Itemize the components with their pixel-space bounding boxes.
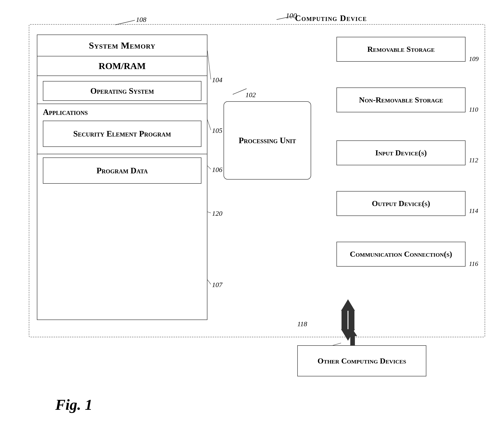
diagram-container: 100 Computing Device 108 System Memory R… (14, 9, 488, 419)
removable-storage-label: Removable Storage (367, 45, 435, 53)
ref-105: 105 (212, 127, 222, 135)
ref-114: 114 (469, 207, 478, 215)
ref-110: 110 (469, 106, 478, 113)
ref-100-arrow (267, 12, 295, 23)
non-removable-storage-box: Non-Removable Storage (337, 87, 466, 112)
svg-rect-19 (342, 310, 347, 330)
svg-marker-18 (341, 329, 355, 341)
communication-connection-box: Communication Connection(s) (337, 242, 466, 267)
other-devices-label: Other Computing Devices (318, 357, 406, 365)
rom-ram-label: ROM/RAM (99, 61, 146, 71)
input-device-box: Input Device(s) (337, 140, 466, 165)
program-data-box: Program Data (43, 157, 201, 184)
program-data-label: Program Data (97, 166, 148, 175)
svg-line-0 (277, 16, 293, 19)
ref-116: 116 (469, 260, 478, 268)
bidirectional-arrow (329, 297, 376, 343)
ref-106: 106 (212, 166, 222, 174)
applications-label: Applications (43, 107, 88, 117)
communication-connection-label: Communication Connection(s) (350, 250, 452, 258)
svg-rect-20 (348, 310, 354, 330)
operating-system-box: Operating System (43, 81, 201, 101)
ref-112: 112 (469, 156, 478, 164)
ref-120: 120 (212, 209, 222, 217)
figure-label: Fig. 1 (55, 396, 92, 413)
input-device-label: Input Device(s) (375, 149, 427, 157)
applications-section: Applications Security Element Program (37, 103, 207, 152)
svg-line-1 (115, 20, 135, 25)
ref-109: 109 (469, 55, 479, 63)
processing-unit-box: Processing Unit (224, 101, 311, 180)
non-removable-storage-label: Non-Removable Storage (359, 96, 443, 104)
other-devices-box: Other Computing Devices (297, 345, 426, 376)
rom-ram-section: ROM/RAM (37, 56, 207, 76)
security-element-label: Security Element Program (73, 129, 171, 138)
ref-107: 107 (212, 281, 222, 289)
processing-unit-label: Processing Unit (239, 135, 296, 146)
output-device-label: Output Device(s) (372, 199, 430, 208)
removable-storage-box: Removable Storage (337, 37, 466, 62)
ref-118: 118 (297, 320, 307, 328)
computing-device-label: Computing Device (295, 13, 367, 23)
operating-system-label: Operating System (90, 86, 154, 96)
system-memory-label: System Memory (89, 40, 156, 51)
system-memory-box: System Memory ROM/RAM Operating System A… (37, 34, 207, 320)
ref-102-arrow (231, 85, 253, 97)
svg-marker-17 (341, 299, 355, 311)
program-data-section: Program Data (37, 154, 207, 184)
ref-108-arrow (113, 16, 141, 27)
system-memory-header: System Memory (37, 35, 207, 56)
svg-line-16 (233, 89, 247, 94)
output-device-box: Output Device(s) (337, 191, 466, 216)
security-element-box: Security Element Program (43, 121, 201, 147)
ref-104: 104 (212, 76, 222, 84)
